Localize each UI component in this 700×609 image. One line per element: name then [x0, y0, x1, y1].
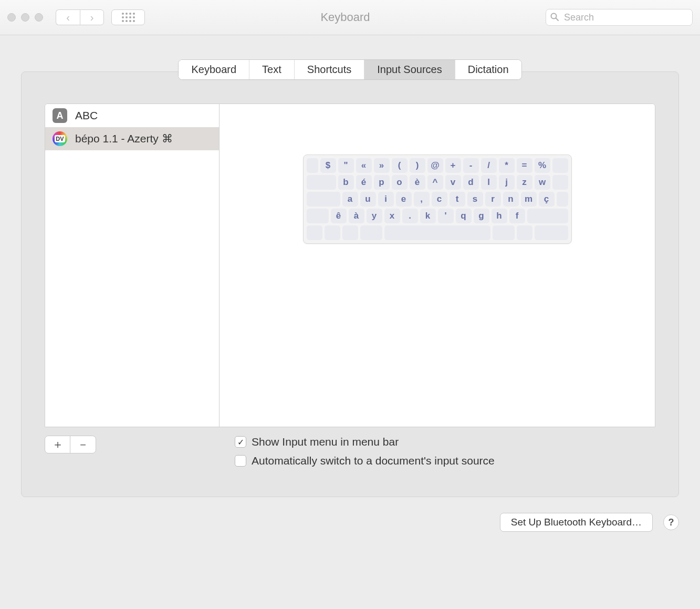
tab-input-sources[interactable]: Input Sources	[364, 60, 455, 79]
key: n	[503, 192, 519, 207]
key: t	[450, 192, 465, 207]
add-remove-group: ＋ －	[45, 436, 96, 453]
nav-button-group: ‹ ›	[56, 9, 104, 25]
remove-source-button[interactable]: －	[70, 436, 96, 453]
forward-button[interactable]: ›	[80, 9, 104, 25]
key: ê	[331, 209, 347, 223]
key: p	[374, 175, 390, 190]
key: a	[342, 192, 358, 207]
key: $	[320, 158, 336, 173]
key: f	[509, 209, 525, 223]
source-item-bepo[interactable]: DV bépo 1.1 - Azerty ⌘	[45, 127, 219, 150]
key: s	[467, 192, 483, 207]
key: o	[392, 175, 408, 190]
tab-text[interactable]: Text	[249, 60, 295, 79]
key: k	[420, 209, 436, 223]
layout-icon-dv: DV	[53, 131, 67, 146]
window-title: Keyboard	[320, 11, 370, 24]
zoom-window-button[interactable]	[35, 13, 43, 22]
search-icon	[550, 13, 559, 24]
checkbox-auto-switch[interactable]	[235, 455, 246, 467]
help-button[interactable]: ?	[663, 514, 679, 530]
key: ^	[427, 175, 443, 190]
key: ç	[539, 192, 555, 207]
setup-bluetooth-keyboard-button[interactable]: Set Up Bluetooth Keyboard…	[500, 513, 653, 532]
key: -	[463, 158, 479, 173]
minimize-window-button[interactable]	[21, 13, 29, 22]
key: è	[410, 175, 425, 190]
search-input[interactable]	[546, 9, 693, 26]
source-label: bépo 1.1 - Azerty ⌘	[75, 132, 173, 145]
back-button[interactable]: ‹	[56, 9, 80, 25]
layout-preview-pane: $ " « » ( ) @ + - / * = % b	[220, 104, 655, 427]
key: '	[438, 209, 454, 223]
key: «	[356, 158, 372, 173]
key: j	[499, 175, 515, 190]
key-shift-l	[307, 209, 329, 223]
key: .	[402, 209, 418, 223]
key: d	[463, 175, 479, 190]
tab-dictation[interactable]: Dictation	[455, 60, 521, 79]
key-enter2	[557, 192, 568, 207]
window-controls	[7, 13, 43, 22]
key-shift-r	[527, 209, 568, 223]
key: g	[474, 209, 489, 223]
key: m	[521, 192, 537, 207]
layout-icon-a: A	[53, 108, 67, 123]
key-space	[384, 225, 490, 240]
key-cmd-l	[360, 225, 382, 240]
svg-line-1	[556, 18, 559, 21]
chevron-right-icon: ›	[90, 12, 94, 24]
check-icon: ✓	[237, 437, 244, 447]
chevron-left-icon: ‹	[66, 12, 70, 24]
toolbar: ‹ › Keyboard	[0, 0, 700, 35]
footer: Set Up Bluetooth Keyboard… ?	[0, 513, 700, 532]
key: q	[456, 209, 472, 223]
question-icon: ?	[668, 517, 674, 528]
key-fn	[307, 225, 322, 240]
key: ,	[414, 192, 430, 207]
checkbox-label: Show Input menu in menu bar	[252, 436, 399, 448]
key: %	[535, 158, 550, 173]
key-backspace	[552, 158, 568, 173]
plus-icon: ＋	[52, 437, 64, 452]
checkbox-show-input-menu[interactable]: ✓	[235, 436, 246, 448]
search-wrap	[546, 9, 693, 26]
key: e	[396, 192, 412, 207]
key: /	[481, 158, 497, 173]
key: c	[432, 192, 447, 207]
source-item-abc[interactable]: A ABC	[45, 104, 219, 127]
checkbox-row-show-input-menu: ✓ Show Input menu in menu bar	[235, 436, 495, 448]
key: u	[360, 192, 376, 207]
tab-bar: Keyboard Text Shortcuts Input Sources Di…	[178, 59, 521, 80]
key-blank	[307, 158, 318, 173]
key: r	[485, 192, 501, 207]
split-view: A ABC DV bépo 1.1 - Azerty ⌘ $ " « » ( )…	[45, 104, 655, 427]
source-list: A ABC DV bépo 1.1 - Azerty ⌘	[45, 104, 220, 427]
add-source-button[interactable]: ＋	[45, 436, 70, 453]
key-cmd-r	[493, 225, 515, 240]
source-label: ABC	[75, 109, 98, 122]
key: é	[356, 175, 372, 190]
key: "	[338, 158, 354, 173]
key-arrow	[535, 225, 568, 240]
main-panel: A ABC DV bépo 1.1 - Azerty ⌘ $ " « » ( )…	[21, 71, 679, 497]
checkbox-label: Automatically switch to a document's inp…	[252, 455, 495, 467]
key-opt-l	[342, 225, 358, 240]
key: )	[410, 158, 425, 173]
key: »	[374, 158, 390, 173]
tab-shortcuts[interactable]: Shortcuts	[295, 60, 364, 79]
key: @	[427, 158, 443, 173]
key: z	[517, 175, 532, 190]
key-capslock	[307, 192, 340, 207]
close-window-button[interactable]	[7, 13, 16, 22]
tab-keyboard[interactable]: Keyboard	[179, 60, 249, 79]
show-all-button[interactable]	[111, 9, 145, 25]
key-opt-r	[517, 225, 532, 240]
key: w	[535, 175, 550, 190]
key: v	[445, 175, 461, 190]
key: +	[445, 158, 461, 173]
key-enter	[552, 175, 568, 190]
key: x	[384, 209, 400, 223]
key: h	[492, 209, 507, 223]
